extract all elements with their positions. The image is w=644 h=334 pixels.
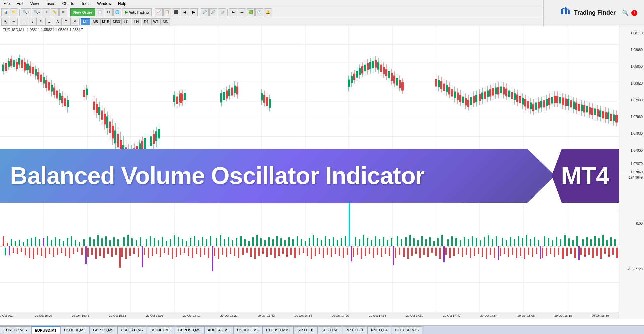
svg-rect-474: [246, 248, 248, 253]
zoom-out-button[interactable]: 🔍-: [32, 8, 41, 16]
svg-rect-24: [2, 65, 4, 71]
arrow-tool[interactable]: ↗: [70, 18, 78, 26]
svg-rect-607: [514, 239, 515, 246]
menu-charts[interactable]: Charts: [61, 1, 75, 7]
trade-button[interactable]: 💹: [247, 8, 255, 16]
zoom-chart2-button[interactable]: 🔎: [209, 8, 217, 16]
line-button[interactable]: 📏: [51, 8, 59, 16]
tab-gbpusd[interactable]: GBPUSD,M5: [175, 326, 204, 334]
tf-m30[interactable]: M30: [111, 18, 121, 25]
menu-tools[interactable]: Tools: [79, 1, 92, 7]
tab-nd100h4[interactable]: Nd100,H4: [367, 326, 391, 334]
tf-m15[interactable]: M15: [100, 18, 111, 25]
tf-d1[interactable]: D1: [142, 18, 151, 25]
period-sep-button[interactable]: ⬛: [172, 8, 180, 16]
svg-rect-627: [554, 248, 555, 257]
svg-rect-540: [379, 239, 380, 246]
notification-icon[interactable]: 1: [631, 10, 637, 16]
template-button[interactable]: 📋: [163, 8, 171, 16]
menu-insert[interactable]: Insert: [44, 1, 57, 7]
menu-help[interactable]: Help: [117, 1, 128, 7]
tab-sp500h1[interactable]: SP500,H1: [293, 326, 318, 334]
history-button[interactable]: 🕐: [96, 8, 104, 16]
svg-rect-652: [604, 248, 606, 254]
svg-rect-532: [363, 235, 364, 246]
svg-rect-568: [435, 248, 437, 256]
menu-file[interactable]: File: [2, 1, 11, 7]
svg-rect-288: [551, 97, 553, 104]
tf-mn[interactable]: MN: [161, 18, 170, 25]
grid-button[interactable]: ⊞: [218, 8, 226, 16]
text-tool[interactable]: A: [54, 18, 62, 26]
mail-button[interactable]: ✉: [105, 8, 113, 16]
svg-rect-583: [466, 248, 467, 255]
tf-m1[interactable]: M1: [81, 18, 90, 25]
tab-ethusd[interactable]: ETHUSD,M15: [262, 326, 293, 334]
tab-sp500m1[interactable]: SP500,M1: [318, 326, 342, 334]
tab-usdcad[interactable]: USDCAD,M5: [117, 326, 147, 334]
tab-usdjpy[interactable]: USDJPY,M5: [147, 326, 174, 334]
hline-tool[interactable]: —: [20, 18, 28, 26]
search-icon[interactable]: 🔍: [622, 10, 629, 16]
menu-edit[interactable]: Edit: [15, 1, 25, 7]
zoom-in-button[interactable]: 🔍+: [21, 8, 31, 16]
pen-button[interactable]: ✏: [59, 8, 67, 16]
globe-button[interactable]: 🌐: [113, 8, 121, 16]
clock-button[interactable]: 🕐: [255, 8, 263, 16]
tab-nd100h1[interactable]: Nd100,H1: [343, 326, 367, 334]
tab-gbpjpy[interactable]: GBPJPY,M5: [89, 326, 117, 334]
tab-audcad[interactable]: AUDCAD,M5: [204, 326, 233, 334]
svg-rect-538: [375, 236, 376, 246]
tf-h4[interactable]: H4: [132, 18, 141, 25]
nav2-button[interactable]: ➡: [238, 8, 246, 16]
svg-rect-242: [489, 89, 491, 97]
svg-rect-386: [69, 248, 70, 258]
svg-rect-32: [13, 60, 15, 67]
tf-w1[interactable]: W1: [151, 18, 161, 25]
scroll-button[interactable]: ◀: [181, 8, 189, 16]
time-label-1: 29 Oct 15:29: [35, 314, 52, 317]
svg-rect-1: [565, 8, 567, 14]
indicator-button[interactable]: 📈: [155, 8, 163, 16]
nav-button[interactable]: ⬅: [229, 8, 237, 16]
open-button[interactable]: 📁: [10, 8, 18, 16]
tline-tool[interactable]: /: [29, 18, 37, 26]
cursor-tool[interactable]: ↖: [1, 18, 9, 26]
svg-rect-28: [8, 61, 10, 67]
svg-rect-650: [600, 248, 602, 259]
svg-rect-431: [160, 248, 161, 257]
svg-rect-453: [204, 248, 205, 255]
textbox-tool[interactable]: T: [62, 18, 70, 26]
crosshair-tool[interactable]: ✛: [10, 18, 18, 26]
tf-h1[interactable]: H1: [122, 18, 131, 25]
svg-rect-608: [516, 248, 517, 258]
tab-usdchf[interactable]: USDCHF,M5: [60, 326, 89, 334]
new-order-button[interactable]: New Order: [70, 8, 95, 16]
svg-rect-559: [417, 240, 419, 246]
svg-rect-170: [361, 66, 363, 74]
alert-button[interactable]: 🔔: [264, 8, 272, 16]
tab-eurusd[interactable]: EURUSD,M1: [31, 326, 60, 334]
svg-rect-393: [83, 239, 85, 246]
zoom-chart-button[interactable]: 🔎: [201, 8, 209, 16]
svg-rect-244: [492, 88, 494, 96]
svg-rect-563: [425, 239, 427, 246]
tab-usdchf2[interactable]: USDCHF,M5: [233, 326, 262, 334]
svg-rect-192: [391, 73, 393, 81]
new-chart-button[interactable]: 📊: [1, 8, 9, 16]
crosshair-button[interactable]: ✛: [42, 8, 50, 16]
svg-rect-94: [114, 130, 116, 143]
menu-view[interactable]: View: [29, 1, 40, 7]
scroll2-button[interactable]: ▶: [190, 8, 198, 16]
tab-btcusd[interactable]: BTCUSD,M15: [392, 326, 423, 334]
svg-rect-597: [494, 248, 495, 258]
svg-rect-497: [292, 239, 294, 246]
autotrading-button[interactable]: ▶ AutoTrading: [122, 8, 152, 16]
tab-eurgbp[interactable]: EURGBP,M15: [0, 326, 31, 334]
menu-window[interactable]: Window: [96, 1, 113, 7]
svg-rect-552: [403, 248, 405, 257]
tf-m5[interactable]: M5: [91, 18, 100, 25]
svg-rect-621: [542, 248, 543, 258]
draw-tool[interactable]: ✎: [37, 18, 45, 26]
fib-tool[interactable]: ≡: [45, 18, 53, 26]
